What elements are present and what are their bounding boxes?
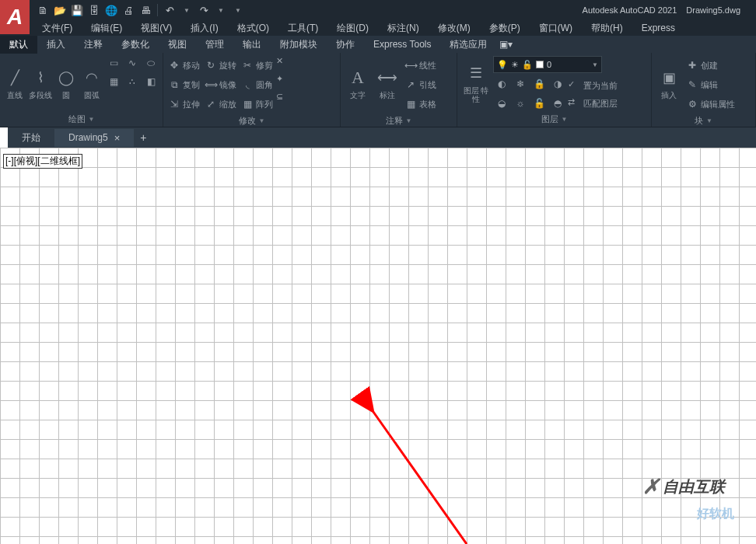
ribbon: ╱直线 ⌇多段线 ◯圆 ◠圆弧 ▭ ∿ ⬭ ▦ ∴ ◧ 绘图▼ ✥移动 ⧉复制 … [0,53,756,127]
layer-freeze-icon[interactable]: ❄ [512,75,529,92]
polyline-button[interactable]: ⌇多段线 [29,54,53,112]
tab-annotate[interactable]: 注释 [75,36,112,54]
new-icon[interactable]: 🗎 [36,3,50,17]
saveas-icon[interactable]: 🗄 [87,3,101,17]
tab-insert[interactable]: 插入 [37,36,75,54]
menu-dimension[interactable]: 标注(N) [381,20,425,37]
menu-insert[interactable]: 插入(I) [184,20,224,37]
edit-block-button[interactable]: ✎编辑 [684,75,737,94]
offset-icon[interactable]: ⊆ [276,92,293,109]
panel-modify-title[interactable]: 修改▼ [166,113,337,128]
tab-addins[interactable]: 附加模块 [271,36,327,54]
chevron-down-icon: ▼ [706,117,712,124]
erase-icon[interactable]: ✕ [276,56,293,73]
qat-customize-icon[interactable]: ▼ [231,3,245,17]
spline-icon[interactable]: ∿ [124,54,141,71]
rotate-icon: ↻ [205,59,217,71]
tab-parametric[interactable]: 参数化 [112,36,159,54]
print-icon[interactable]: 🖶 [138,3,152,17]
line-button[interactable]: ╱直线 [3,54,27,112]
add-tab-button[interactable]: + [134,131,152,144]
create-block-button[interactable]: ✚创建 [684,56,737,75]
match-layer-button[interactable]: ⇄匹配图层 [568,95,618,112]
panel-block-title[interactable]: 块▼ [655,113,752,128]
menu-format[interactable]: 格式(O) [231,20,275,37]
tab-output[interactable]: 输出 [233,36,271,54]
menu-view[interactable]: 视图(V) [135,20,178,37]
panel-modify: ✥移动 ⧉复制 ⇲拉伸 ↻旋转 ⟺镜像 ⤢缩放 ✂修剪 ◟圆角 ▦阵列 ✕ ✦ … [163,53,341,127]
menu-tools[interactable]: 工具(T) [282,20,324,37]
menu-express[interactable]: Express [635,21,681,35]
rectangle-icon[interactable]: ▭ [105,54,122,71]
panel-annotate-title[interactable]: 注释▼ [344,113,453,128]
move-button[interactable]: ✥移动 [166,56,201,75]
app-title: Autodesk AutoCAD 2021 [583,5,677,15]
tab-featured[interactable]: 精选应用 [440,36,496,54]
plot-icon[interactable]: 🖨 [121,3,135,17]
mirror-button[interactable]: ⟺镜像 [203,75,238,94]
menu-edit[interactable]: 编辑(E) [85,20,128,37]
layer-thaw-icon[interactable]: ☼ [512,95,529,112]
leader-button[interactable]: ↗引线 [403,75,438,94]
menu-draw[interactable]: 绘图(D) [331,20,375,37]
panel-layer-title[interactable]: 图层▼ [460,112,648,127]
web-icon[interactable]: 🌐 [104,3,118,17]
ellipse-icon[interactable]: ⬭ [142,54,159,71]
quick-access-toolbar: 🗎 📂 💾 🗄 🌐 🖨 🖶 ↶ ▼ ↷ ▼ ▼ [36,0,245,20]
layer-uniso-icon[interactable]: ◓ [549,95,566,112]
table-button[interactable]: ▦表格 [403,95,438,113]
scale-button[interactable]: ⤢缩放 [203,95,238,113]
copy-button[interactable]: ⧉复制 [166,75,201,94]
tab-view[interactable]: 视图 [159,36,196,54]
panel-draw-title[interactable]: 绘图▼ [3,112,159,127]
array-button[interactable]: ▦阵列 [240,95,275,113]
undo-icon[interactable]: ↶ [163,3,177,17]
stretch-button[interactable]: ⇲拉伸 [166,95,201,113]
trim-button[interactable]: ✂修剪 [240,56,275,75]
menu-window[interactable]: 窗口(W) [533,20,579,37]
text-button[interactable]: A文字 [344,54,372,112]
app-logo[interactable]: A [0,0,30,34]
layer-selector[interactable]: 💡 ☀ 🔓 0 ▼ [493,56,602,73]
linear-button[interactable]: ⟷线性 [403,56,438,75]
close-tab-icon[interactable]: × [114,132,121,144]
tab-collaborate[interactable]: 协作 [327,36,364,54]
insert-block-button[interactable]: ▣插入 [655,54,683,112]
dimension-button[interactable]: ⟷标注 [373,54,401,112]
menu-modify[interactable]: 修改(M) [432,20,477,37]
layer-lock-icon[interactable]: 🔒 [530,75,548,92]
layer-properties-button[interactable]: ☰图层 特性 [460,54,492,112]
layer-iso-icon[interactable]: ◑ [549,75,566,92]
arc-button[interactable]: ◠圆弧 [79,54,103,112]
menu-help[interactable]: 帮助(H) [585,20,629,37]
insert-block-label: 插入 [661,91,677,99]
tab-default[interactable]: 默认 [0,36,37,54]
layer-on-icon[interactable]: ◒ [493,95,510,112]
tab-manage[interactable]: 管理 [196,36,233,54]
undo-dropdown-icon[interactable]: ▼ [180,3,194,17]
save-icon[interactable]: 💾 [70,3,84,17]
layer-off-icon[interactable]: ◐ [493,75,510,92]
viewport-label[interactable]: [-][俯视][二维线框] [3,154,82,169]
tab-express-tools[interactable]: Express Tools [364,37,440,52]
circle-button[interactable]: ◯圆 [54,54,79,112]
menu-file[interactable]: 文件(F) [36,20,79,37]
point-icon[interactable]: ∴ [124,73,141,90]
open-icon[interactable]: 📂 [53,3,67,17]
layer-unlock-icon[interactable]: 🔓 [530,95,548,112]
region-icon[interactable]: ◧ [142,73,159,90]
edit-attribute-button[interactable]: ⚙编辑属性 [684,95,737,113]
fillet-button[interactable]: ◟圆角 [240,75,275,94]
redo-dropdown-icon[interactable]: ▼ [214,3,228,17]
tab-start[interactable]: 开始 [8,128,54,148]
menu-parametric[interactable]: 参数(P) [483,20,527,37]
set-current-layer-button[interactable]: ✓置为当前 [568,77,618,94]
tab-drawing5[interactable]: Drawing5 × [54,129,134,147]
drawing-canvas[interactable]: [-][俯视][二维线框] ✗自由互联 好软机 [0,148,756,544]
redo-icon[interactable]: ↷ [197,3,211,17]
set-current-icon: ✓ [568,79,580,92]
explode-icon[interactable]: ✦ [276,74,293,91]
tab-overflow-icon[interactable]: ▣▾ [496,37,516,52]
hatch-icon[interactable]: ▦ [105,73,122,90]
rotate-button[interactable]: ↻旋转 [203,56,238,75]
